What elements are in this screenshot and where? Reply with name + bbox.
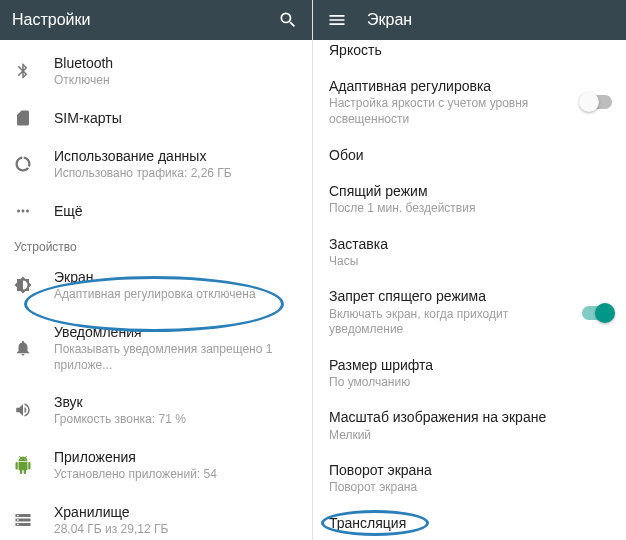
row-sublabel: По умолчанию — [329, 375, 610, 391]
row-label: Экран — [54, 268, 298, 286]
more-icon — [14, 202, 54, 220]
row-label: Уведомления — [54, 323, 298, 341]
row-sublabel: Включать экран, когда приходит уведомлен… — [329, 307, 570, 338]
row-label: Спящий режим — [329, 182, 610, 200]
row-sublabel: Поворот экрана — [329, 480, 610, 496]
toggle-adaptive[interactable] — [582, 95, 612, 109]
row-label: Масштаб изображения на экране — [329, 408, 610, 426]
settings-pane: Настройки Bluetooth Отключен SIM-карты — [0, 0, 313, 540]
row-sublabel: Часы — [329, 254, 610, 270]
row-sublabel: После 1 мин. бездействия — [329, 201, 610, 217]
row-brightness[interactable]: Яркость — [313, 32, 626, 68]
row-adaptive-brightness[interactable]: Адаптивная регулировка Настройка яркости… — [313, 68, 626, 136]
row-display-size[interactable]: Масштаб изображения на экране Мелкий — [313, 399, 626, 452]
row-data-usage[interactable]: Использование данных Использовано трафик… — [0, 137, 312, 192]
row-screensaver[interactable]: Заставка Часы — [313, 226, 626, 279]
row-sublabel: 28,04 ГБ из 29,12 ГБ — [54, 522, 298, 538]
row-label: SIM-карты — [54, 109, 298, 127]
row-label: Размер шрифта — [329, 356, 610, 374]
appbar-title: Экран — [367, 11, 614, 29]
row-sublabel: Настройка яркости с учетом уровня освеще… — [329, 96, 570, 127]
row-ambient-display[interactable]: Запрет спящего режима Включать экран, ко… — [313, 278, 626, 346]
row-apps[interactable]: Приложения Установлено приложений: 54 — [0, 438, 312, 493]
row-sublabel: Использовано трафика: 2,26 ГБ — [54, 166, 298, 182]
row-label: Bluetooth — [54, 54, 298, 72]
row-sublabel: Мелкий — [329, 428, 610, 444]
row-sublabel: Показывать уведомления запрещено 1 прило… — [54, 342, 298, 373]
section-header-device: Устройство — [0, 230, 312, 258]
data-usage-icon — [14, 155, 54, 173]
menu-icon[interactable] — [325, 8, 349, 32]
row-label: Звук — [54, 393, 298, 411]
row-rotation[interactable]: Поворот экрана Поворот экрана — [313, 452, 626, 505]
toggle-ambient[interactable] — [582, 306, 612, 320]
row-label: Поворот экрана — [329, 461, 610, 479]
sim-icon — [14, 109, 54, 127]
row-label: Обои — [329, 146, 610, 164]
row-font-size[interactable]: Размер шрифта По умолчанию — [313, 347, 626, 400]
apps-icon — [14, 456, 54, 474]
row-label: Хранилище — [54, 503, 298, 521]
settings-list: Bluetooth Отключен SIM-карты Использован… — [0, 40, 312, 540]
row-notifications[interactable]: Уведомления Показывать уведомления запре… — [0, 313, 312, 383]
row-bluetooth[interactable]: Bluetooth Отключен — [0, 44, 312, 99]
row-wallpaper[interactable]: Обои — [313, 137, 626, 173]
row-sublabel: Установлено приложений: 54 — [54, 467, 298, 483]
row-sublabel: Отключен — [54, 73, 298, 89]
display-settings-pane: Экран Яркость Адаптивная регулировка Нас… — [313, 0, 626, 540]
search-icon[interactable] — [276, 8, 300, 32]
row-sleep[interactable]: Спящий режим После 1 мин. бездействия — [313, 173, 626, 226]
appbar-settings: Настройки — [0, 0, 312, 40]
row-label: Запрет спящего режима — [329, 287, 570, 305]
sound-icon — [14, 401, 54, 419]
row-label: Заставка — [329, 235, 610, 253]
display-settings-list: Яркость Адаптивная регулировка Настройка… — [313, 40, 626, 540]
row-label: Использование данных — [54, 147, 298, 165]
notifications-icon — [14, 339, 54, 357]
row-more[interactable]: Ещё — [0, 192, 312, 230]
row-label: Трансляция — [329, 514, 610, 532]
row-label: Ещё — [54, 202, 298, 220]
bluetooth-icon — [14, 62, 54, 80]
row-sublabel: Громкость звонка: 71 % — [54, 412, 298, 428]
row-label: Яркость — [329, 41, 610, 59]
row-sim[interactable]: SIM-карты — [0, 99, 312, 137]
row-storage[interactable]: Хранилище 28,04 ГБ из 29,12 ГБ — [0, 493, 312, 540]
display-icon — [14, 276, 54, 294]
row-display[interactable]: Экран Адаптивная регулировка отключена — [0, 258, 312, 313]
row-sublabel: Адаптивная регулировка отключена — [54, 287, 298, 303]
storage-icon — [14, 511, 54, 529]
appbar-title: Настройки — [12, 11, 276, 29]
row-cast[interactable]: Трансляция — [313, 505, 626, 540]
row-sound[interactable]: Звук Громкость звонка: 71 % — [0, 383, 312, 438]
row-label: Приложения — [54, 448, 298, 466]
row-label: Адаптивная регулировка — [329, 77, 570, 95]
